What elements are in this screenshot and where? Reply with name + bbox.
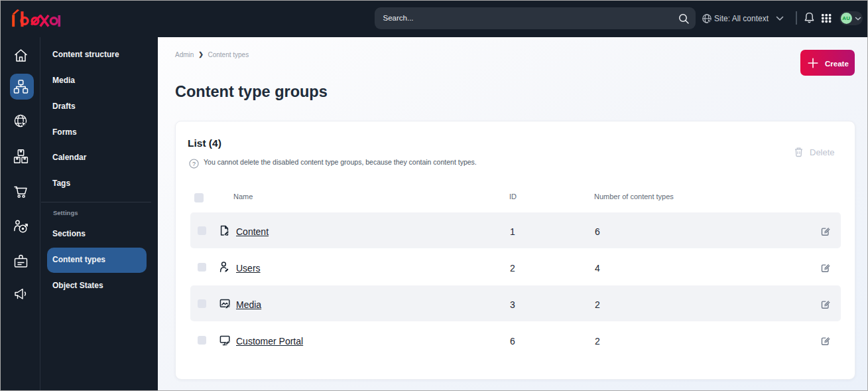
svg-text:?: ? (192, 161, 196, 167)
